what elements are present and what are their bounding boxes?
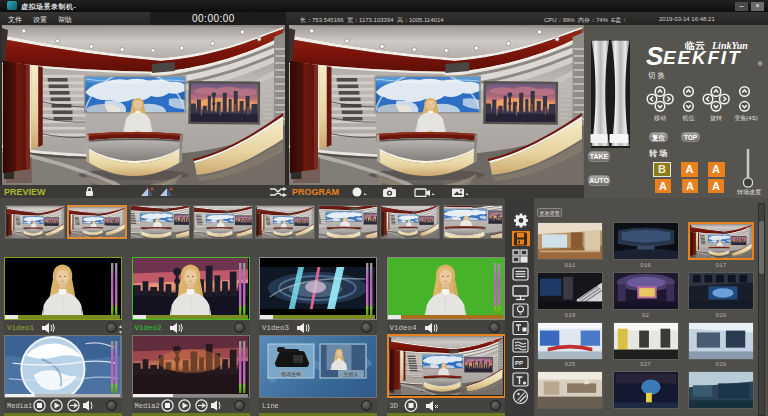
svg-text:转场速度: 转场速度 bbox=[737, 188, 761, 196]
svg-text:旋转: 旋转 bbox=[710, 115, 722, 122]
svg-text:EEKFIT: EEKFIT bbox=[663, 47, 741, 68]
svg-text:转 场: 转 场 bbox=[648, 149, 667, 158]
svg-text:切 换: 切 换 bbox=[648, 71, 666, 80]
svg-text:S: S bbox=[646, 41, 664, 71]
svg-text:电话连线: 电话连线 bbox=[281, 371, 301, 377]
svg-text:主持人: 主持人 bbox=[344, 371, 359, 378]
svg-text:机位: 机位 bbox=[683, 115, 695, 121]
svg-text:®: ® bbox=[758, 61, 763, 67]
svg-text:变焦(4S): 变焦(4S) bbox=[734, 114, 757, 122]
svg-text:PP: PP bbox=[515, 360, 523, 366]
svg-text:移动: 移动 bbox=[654, 115, 666, 122]
